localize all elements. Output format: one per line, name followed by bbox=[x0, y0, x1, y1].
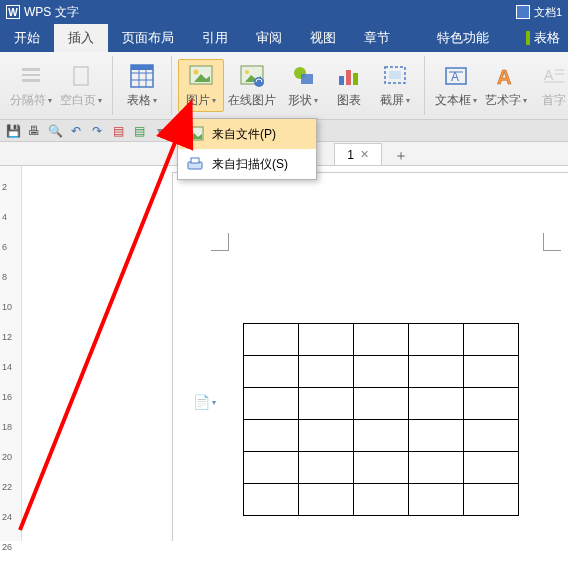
qat-more-icon[interactable]: ▾ bbox=[151, 122, 169, 140]
ribbon: 分隔符▾ 空白页▾ 表格▾ 图片▾ 在线图片 bbox=[0, 52, 568, 120]
separator-icon bbox=[17, 62, 45, 90]
from-scanner-item[interactable]: 来自扫描仪(S) bbox=[178, 149, 316, 179]
svg-rect-20 bbox=[346, 70, 351, 85]
vruler-tick: 20 bbox=[2, 452, 12, 462]
svg-rect-18 bbox=[301, 74, 313, 84]
svg-point-11 bbox=[194, 70, 199, 75]
qat-export-icon[interactable]: ▤ bbox=[130, 122, 148, 140]
document-icon bbox=[516, 5, 530, 19]
table-label: 表格 bbox=[127, 92, 151, 109]
menu-view[interactable]: 视图 bbox=[296, 24, 350, 52]
screenshot-label: 截屏 bbox=[380, 92, 404, 109]
online-picture-button[interactable]: 在线图片 bbox=[224, 60, 280, 111]
from-file-item[interactable]: 来自文件(P) bbox=[178, 119, 316, 149]
chart-label: 图表 bbox=[337, 92, 361, 109]
textbox-label: 文本框 bbox=[435, 92, 471, 109]
wordart-button[interactable]: A 艺术字▾ bbox=[481, 60, 531, 111]
context-indicator-icon bbox=[526, 31, 530, 45]
margin-corner-icon bbox=[211, 233, 229, 251]
menu-sections[interactable]: 章节 bbox=[350, 24, 404, 52]
document-tab[interactable]: 1 ✕ bbox=[334, 143, 382, 165]
vruler-tick: 12 bbox=[2, 332, 12, 342]
chart-icon bbox=[335, 62, 363, 90]
svg-rect-1 bbox=[22, 74, 40, 76]
picture-button[interactable]: 图片▾ bbox=[178, 59, 224, 112]
wordart-icon: A bbox=[492, 62, 520, 90]
menu-feature[interactable]: 特色功能 bbox=[437, 29, 489, 47]
qat-preview-icon[interactable]: 🔍 bbox=[46, 122, 64, 140]
shapes-button[interactable]: 形状▾ bbox=[280, 60, 326, 111]
margin-corner-icon bbox=[543, 233, 561, 251]
menu-start[interactable]: 开始 bbox=[0, 24, 54, 52]
vruler-tick: 6 bbox=[2, 242, 7, 252]
qat-save-icon[interactable]: 💾 bbox=[4, 122, 22, 140]
qat-pdf-icon[interactable]: ▤ bbox=[109, 122, 127, 140]
doc-name-title: 文档1 bbox=[534, 5, 562, 20]
textbox-button[interactable]: A 文本框▾ bbox=[431, 60, 481, 111]
svg-rect-19 bbox=[339, 76, 344, 85]
menu-insert[interactable]: 插入 bbox=[54, 24, 108, 52]
dropcap-button[interactable]: A 首字 bbox=[531, 60, 568, 111]
content-table[interactable] bbox=[243, 323, 519, 516]
vruler-tick: 24 bbox=[2, 512, 12, 522]
document-area[interactable]: 16 18 20 22 24 26 28 30 32 📄▾ bbox=[22, 142, 568, 541]
vruler-tick: 26 bbox=[2, 542, 12, 552]
online-picture-label: 在线图片 bbox=[228, 92, 276, 109]
blank-page-icon bbox=[67, 62, 95, 90]
svg-rect-2 bbox=[22, 79, 40, 82]
vruler-tick: 14 bbox=[2, 362, 12, 372]
screenshot-button[interactable]: 截屏▾ bbox=[372, 60, 418, 111]
vruler-tick: 22 bbox=[2, 482, 12, 492]
dropcap-label: 首字 bbox=[542, 92, 566, 109]
blank-page-label: 空白页 bbox=[60, 92, 96, 109]
close-icon[interactable]: ✕ bbox=[360, 148, 369, 161]
vruler-tick: 10 bbox=[2, 302, 12, 312]
vertical-ruler[interactable]: 2 4 6 8 10 12 14 16 18 20 22 24 26 bbox=[0, 142, 22, 541]
menu-references[interactable]: 引用 bbox=[188, 24, 242, 52]
vruler-tick: 8 bbox=[2, 272, 7, 282]
menu-page-layout[interactable]: 页面布局 bbox=[108, 24, 188, 52]
chart-button[interactable]: 图表 bbox=[326, 60, 372, 111]
doc-tab-label: 1 bbox=[347, 148, 354, 162]
svg-rect-21 bbox=[353, 73, 358, 85]
picture-icon bbox=[187, 62, 215, 90]
svg-point-33 bbox=[190, 130, 193, 133]
from-scanner-label: 来自扫描仪(S) bbox=[212, 156, 288, 173]
qat-redo-icon[interactable]: ↷ bbox=[88, 122, 106, 140]
document-page[interactable]: 📄▾ bbox=[172, 172, 568, 541]
wordart-label: 艺术字 bbox=[485, 92, 521, 109]
svg-rect-36 bbox=[191, 158, 199, 163]
svg-point-14 bbox=[245, 70, 249, 74]
qat-undo-icon[interactable]: ↶ bbox=[67, 122, 85, 140]
online-picture-icon bbox=[238, 62, 266, 90]
menu-context-table[interactable]: 表格 bbox=[534, 29, 560, 47]
qat-print-icon[interactable]: 🖶 bbox=[25, 122, 43, 140]
picture-file-icon bbox=[186, 125, 204, 143]
vruler-tick: 18 bbox=[2, 422, 12, 432]
textbox-icon: A bbox=[442, 62, 470, 90]
separator-button[interactable]: 分隔符▾ bbox=[6, 60, 56, 111]
vruler-tick: 2 bbox=[2, 182, 7, 192]
separator-label: 分隔符 bbox=[10, 92, 46, 109]
shapes-label: 形状 bbox=[288, 92, 312, 109]
svg-rect-3 bbox=[74, 67, 88, 85]
screenshot-icon bbox=[381, 62, 409, 90]
app-name: WPS 文字 bbox=[24, 4, 79, 21]
picture-label: 图片 bbox=[186, 92, 210, 109]
from-file-label: 来自文件(P) bbox=[212, 126, 276, 143]
blank-page-button[interactable]: 空白页▾ bbox=[56, 60, 106, 111]
vruler-tick: 16 bbox=[2, 392, 12, 402]
svg-rect-0 bbox=[22, 68, 40, 71]
titlebar: W WPS 文字 文档1 bbox=[0, 0, 568, 24]
scanner-icon bbox=[186, 155, 204, 173]
add-tab-button[interactable]: ＋ bbox=[388, 147, 414, 165]
menu-review[interactable]: 审阅 bbox=[242, 24, 296, 52]
shapes-icon bbox=[289, 62, 317, 90]
wps-logo-icon: W bbox=[6, 5, 20, 19]
svg-rect-9 bbox=[131, 65, 153, 70]
table-button[interactable]: 表格▾ bbox=[119, 60, 165, 111]
table-icon bbox=[128, 62, 156, 90]
paste-options-icon[interactable]: 📄▾ bbox=[193, 393, 209, 411]
svg-text:A: A bbox=[497, 66, 511, 88]
vruler-tick: 4 bbox=[2, 212, 7, 222]
